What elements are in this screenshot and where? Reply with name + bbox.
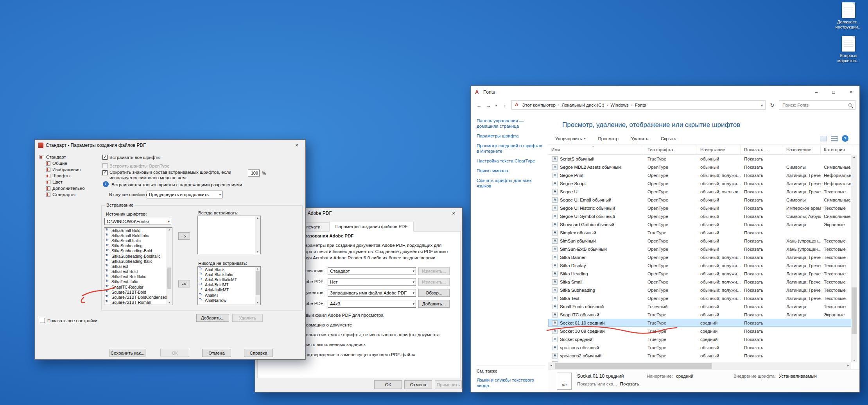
font-list-item[interactable]: SitkaSmall-Bold xyxy=(104,228,167,233)
font-row[interactable]: Socket 30 09 средний TrueType средний По… xyxy=(548,327,851,335)
minimize-button[interactable]: – xyxy=(808,86,825,98)
scrollbar-thumb[interactable] xyxy=(555,363,712,369)
close-icon[interactable]: × xyxy=(445,208,462,219)
always-embed-list[interactable] xyxy=(197,216,261,254)
font-row[interactable]: Socket 01 10 средний TrueType средний По… xyxy=(548,319,851,327)
cancel-button[interactable]: Отмена xyxy=(404,380,432,389)
output-folder-dropdown[interactable]: Запрашивать имя файла Adobe PDF▾ xyxy=(328,289,416,297)
source-fonts-list[interactable]: SitkaSmall-Bold SitkaSmall-BoldItalic Si… xyxy=(104,227,172,305)
font-list-item[interactable]: Arial-BlackItalic xyxy=(198,272,255,277)
add-button[interactable]: Добавить... xyxy=(196,314,229,322)
font-row[interactable]: Segoe Print OpenType обычный; полужи... … xyxy=(548,171,851,179)
paper-size-dropdown[interactable]: A4x3▾ xyxy=(328,300,416,308)
font-row[interactable]: ScriptS обычный TrueType обычный Показат… xyxy=(548,155,851,163)
font-row[interactable]: Segoe UI OpenType обычный; очень ж... По… xyxy=(548,187,851,196)
subset-checkbox[interactable] xyxy=(102,170,108,175)
address-dropdown-icon[interactable]: ▾ xyxy=(761,103,763,107)
subset-threshold-input[interactable]: 100 xyxy=(248,169,260,177)
list-view-button[interactable] xyxy=(831,136,838,141)
back-button[interactable]: ← xyxy=(475,101,483,110)
sidebar-link[interactable]: Просмотр сведений о шрифтах в Интернете xyxy=(477,143,545,154)
font-list-item[interactable]: SitkaSubheading-Italic xyxy=(104,259,167,264)
preview-button[interactable]: Просмотр xyxy=(598,136,619,141)
font-row[interactable]: Sitka Text OpenType обычный; полужи... П… xyxy=(548,294,851,302)
font-row[interactable]: Segoe MDL2 Assets обычный OpenType обычн… xyxy=(548,163,851,171)
browse-button[interactable]: Обзор... xyxy=(418,289,450,297)
font-row[interactable]: Segoe UI Symbol обычный OpenType обычный… xyxy=(548,212,851,220)
font-row[interactable]: Segoe UI Emoji обычный OpenType обычный … xyxy=(548,196,851,204)
security-dropdown[interactable]: Нет▾ xyxy=(328,278,416,286)
font-list-item[interactable]: SitkaSmall-Italic xyxy=(104,238,167,243)
tree-item[interactable]: Стандарт xyxy=(39,154,99,160)
font-row[interactable]: Socket средний TrueType средний Показать xyxy=(548,335,851,343)
search-box[interactable]: Поиск: Fonts xyxy=(779,100,855,110)
font-row[interactable]: Segoe Script OpenType обычный; полужи...… xyxy=(548,179,851,187)
column-header-name[interactable]: ▴Имя xyxy=(548,145,644,154)
font-row[interactable]: Square 721 BT xyxy=(548,360,851,362)
font-list-item[interactable]: SitkaSubheading-Bold xyxy=(104,248,167,253)
organize-menu[interactable]: Упорядочить▾ xyxy=(555,136,585,141)
move-to-always-button[interactable]: -> xyxy=(178,232,190,240)
breadcrumb-item[interactable]: Этот компьютер xyxy=(522,103,556,107)
maximize-button[interactable]: □ xyxy=(825,86,842,98)
horizontal-scrollbar[interactable] xyxy=(548,362,851,369)
help-icon[interactable]: ? xyxy=(842,135,848,142)
tree-item[interactable]: Шрифты xyxy=(46,173,99,179)
font-list-item[interactable]: Square721BT-Roman xyxy=(104,300,167,305)
font-list-item[interactable]: ArialNarrow xyxy=(198,298,255,303)
column-header-category[interactable]: Категория xyxy=(821,145,851,154)
tab-pdf-settings[interactable]: Параметры создания файлов PDF xyxy=(329,221,414,232)
sidebar-link[interactable]: Настройка текста ClearType xyxy=(477,158,545,164)
font-list-item[interactable]: SitkaSmall-BoldItalic xyxy=(104,233,167,238)
move-to-never-button[interactable]: -> xyxy=(178,280,190,287)
font-list-item[interactable]: Arial-BoldItalicMT xyxy=(198,277,255,282)
vertical-scrollbar[interactable] xyxy=(851,155,857,362)
tree-item[interactable]: Цвет xyxy=(46,179,99,185)
tree-item[interactable]: Стандарты xyxy=(46,191,99,198)
never-embed-list[interactable]: Arial-Black Arial-BlackItalic Arial-Bold… xyxy=(197,266,261,305)
close-icon[interactable]: × xyxy=(288,140,305,151)
font-row[interactable]: Sitka Small OpenType обычный; полужи... … xyxy=(548,278,851,286)
breadcrumb-item[interactable]: Fonts xyxy=(635,103,646,107)
font-row[interactable]: Snap ITC обычный TrueType обычный Показа… xyxy=(548,310,851,319)
embed-opentype-checkbox[interactable] xyxy=(102,163,108,168)
embedding-error-dropdown[interactable]: Предупредить и продолжить▾ xyxy=(147,191,222,198)
show-all-settings-checkbox[interactable] xyxy=(40,318,45,323)
desktop-icon[interactable]: Должност... инструкции... xyxy=(832,2,865,30)
change-view-button[interactable] xyxy=(820,136,827,141)
sidebar-link[interactable]: Параметры шрифта xyxy=(477,133,545,139)
font-row[interactable]: spc-icons2 обычный TrueType обычный Пока… xyxy=(548,351,851,360)
font-list-item[interactable]: Arial-BoldMT xyxy=(198,282,255,287)
default-settings-dropdown[interactable]: Стандарт▾ xyxy=(328,267,416,275)
remove-button[interactable]: Удалить xyxy=(232,314,263,322)
sidebar-link[interactable]: Панель управления — домашняя страница xyxy=(477,118,545,129)
desktop-icon[interactable]: Вопросы маркетол... xyxy=(832,36,865,63)
forward-button[interactable]: → xyxy=(484,101,493,110)
tree-item[interactable]: Дополнительно xyxy=(46,185,99,191)
font-list-item[interactable]: SitkaText-BoldItalic xyxy=(104,274,167,279)
recent-locations-chevron-icon[interactable]: ▾ xyxy=(493,101,499,110)
font-row[interactable]: Segoe UI Historic обычный OpenType обычн… xyxy=(548,204,851,212)
font-list-item[interactable]: Arial-Black xyxy=(198,267,255,272)
font-row[interactable]: Simplex обычный TrueType обычный Показат… xyxy=(548,228,851,237)
font-list-item[interactable]: SitkaText-Bold xyxy=(104,269,167,274)
column-header-style[interactable]: Начертание xyxy=(697,145,741,154)
edit-settings-button[interactable]: Изменить... xyxy=(418,267,450,275)
sidebar-link[interactable]: Языки и службы текстового ввода xyxy=(477,377,545,388)
font-list-item[interactable]: SitkaSubheading-BoldItalic xyxy=(104,253,167,259)
font-row[interactable]: Sitka Display OpenType обычный; полужи..… xyxy=(548,261,851,269)
scrollbar-thumb[interactable] xyxy=(852,287,857,334)
embed-all-fonts-checkbox[interactable] xyxy=(102,155,108,160)
address-bar[interactable]: Этот компьютер Локальный диск (C:) Windo… xyxy=(511,100,766,110)
up-button[interactable]: ↑ xyxy=(500,101,509,110)
font-row[interactable]: SimSun обычный OpenType обычный Показать… xyxy=(548,237,851,245)
font-list-item[interactable]: SitkaText xyxy=(104,264,167,269)
font-row[interactable]: spc-icons обычный TrueType обычный Показ… xyxy=(548,343,851,351)
font-list-item[interactable]: ArialMT xyxy=(198,293,255,298)
tree-item[interactable]: Общие xyxy=(46,160,99,166)
delete-button[interactable]: Удалить xyxy=(631,136,648,141)
sidebar-link[interactable]: Скачать шрифты для всех языков xyxy=(477,178,545,189)
cancel-button[interactable]: Отмена xyxy=(202,349,231,357)
font-list-item[interactable]: SnapITC-Regular xyxy=(104,284,167,289)
column-header-type[interactable]: Тип шрифта xyxy=(644,145,697,154)
